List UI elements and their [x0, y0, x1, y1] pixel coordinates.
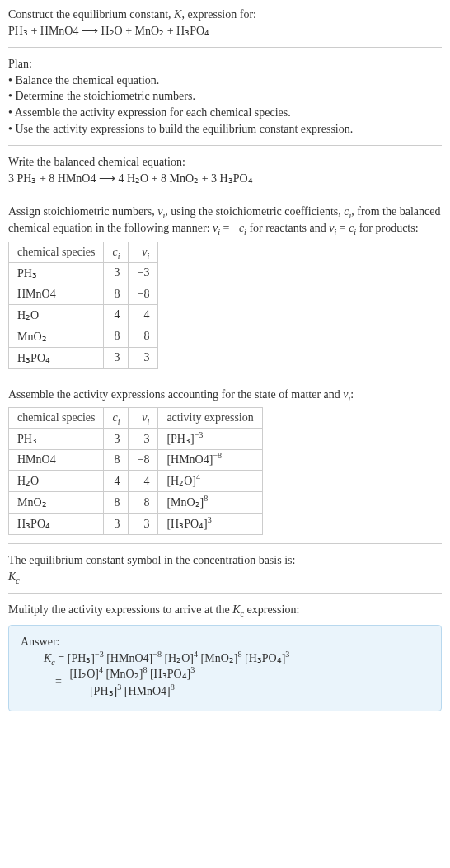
species-cell: H₂O: [9, 304, 104, 326]
table-row: HMnO4 8 −8: [9, 284, 158, 304]
activity-cell: [H₂O]4: [158, 471, 262, 492]
v-cell: 8: [129, 326, 158, 347]
c-cell: 8: [104, 326, 129, 347]
answer-box: Answer: Kc = [PH₃]−3 [HMnO4]−8 [H₂O]4 [M…: [8, 625, 442, 711]
activity-text: Assemble the activity expressions accoun…: [8, 387, 442, 403]
balanced-equation: 3 PH₃ + 8 HMnO4 ⟶ 4 H₂O + 8 MnO₂ + 3 H₃P…: [8, 171, 442, 187]
divider: [8, 145, 442, 146]
c-cell: 8: [104, 492, 129, 514]
v-cell: −8: [129, 284, 158, 304]
v-cell: −8: [129, 450, 158, 471]
table-row: HMnO4 8 −8 [HMnO4]−8: [9, 450, 263, 471]
stoich-text-block: Assign stoichiometric numbers, νi, using…: [8, 204, 442, 368]
table-header: chemical species: [9, 408, 104, 429]
answer-label: Answer:: [21, 634, 429, 650]
fraction-numerator: [H₂O]4 [MnO₂]8 [H₃PO₄]3: [66, 666, 198, 683]
fraction: [H₂O]4 [MnO₂]8 [H₃PO₄]3 [PH₃]3 [HMnO4]8: [66, 666, 198, 699]
v-cell: −3: [129, 429, 158, 450]
v-cell: 3: [129, 514, 158, 535]
fraction-denominator: [PH₃]3 [HMnO4]8: [66, 683, 198, 700]
table-row: PH₃ 3 −3: [9, 262, 158, 284]
kc-symbol: Kc: [8, 569, 442, 585]
table-row: H₂O 4 4: [9, 304, 158, 326]
balanced-block: Write the balanced chemical equation: 3 …: [8, 154, 442, 186]
activity-cell: [H₃PO₄]3: [158, 514, 262, 535]
species-cell: H₃PO₄: [9, 514, 104, 535]
plan-block: Plan: • Balance the chemical equation. •…: [8, 56, 442, 137]
table-row: H₂O 4 4 [H₂O]4: [9, 471, 263, 492]
table-header: ci: [104, 242, 129, 262]
document-page: Construct the equilibrium constant, K, e…: [0, 0, 450, 736]
multiply-block: Mulitply the activity expressions to arr…: [8, 602, 442, 711]
species-cell: H₃PO₄: [9, 347, 104, 368]
divider: [8, 47, 442, 48]
table-header: νi: [129, 408, 158, 429]
divider: [8, 593, 442, 594]
activity-cell: [MnO₂]8: [158, 492, 262, 514]
table-row: H₃PO₄ 3 3: [9, 347, 158, 368]
c-cell: 3: [104, 347, 129, 368]
table-row: PH₃ 3 −3 [PH₃]−3: [9, 429, 263, 450]
stoich-table: chemical species ci νi PH₃ 3 −3 HMnO4 8 …: [8, 242, 158, 369]
table-row: MnO₂ 8 8: [9, 326, 158, 347]
v-cell: 8: [129, 492, 158, 514]
answer-content: Kc = [PH₃]−3 [HMnO4]−8 [H₂O]4 [MnO₂]8 [H…: [44, 650, 429, 700]
table-header-row: chemical species ci νi activity expressi…: [9, 408, 263, 429]
species-cell: MnO₂: [9, 492, 104, 514]
divider: [8, 195, 442, 195]
activity-table: chemical species ci νi activity expressi…: [8, 407, 263, 535]
v-cell: −3: [129, 262, 158, 284]
table-row: H₃PO₄ 3 3 [H₃PO₄]3: [9, 514, 263, 535]
c-cell: 3: [104, 429, 129, 450]
table-row: MnO₂ 8 8 [MnO₂]8: [9, 492, 263, 514]
v-cell: 3: [129, 347, 158, 368]
activity-cell: [HMnO4]−8: [158, 450, 262, 471]
intro-block: Construct the equilibrium constant, K, e…: [8, 7, 442, 39]
c-cell: 4: [104, 304, 129, 326]
balanced-heading: Write the balanced chemical equation:: [8, 154, 442, 171]
c-cell: 8: [104, 450, 129, 471]
c-cell: 3: [104, 514, 129, 535]
kc-expression-line1: Kc = [PH₃]−3 [HMnO4]−8 [H₂O]4 [MnO₂]8 [H…: [44, 650, 429, 667]
v-cell: 4: [129, 471, 158, 492]
species-cell: HMnO4: [9, 284, 104, 304]
kc-expression-line2: = [H₂O]4 [MnO₂]8 [H₃PO₄]3 [PH₃]3 [HMnO4]…: [55, 666, 429, 699]
species-cell: HMnO4: [9, 450, 104, 471]
intro-line-1: Construct the equilibrium constant, K, e…: [8, 7, 442, 23]
divider: [8, 543, 442, 544]
c-cell: 4: [104, 471, 129, 492]
plan-item: • Use the activity expressions to build …: [8, 121, 442, 138]
v-cell: 4: [129, 304, 158, 326]
species-cell: PH₃: [9, 262, 104, 284]
kc-symbol-text: The equilibrium constant symbol in the c…: [8, 552, 442, 569]
c-cell: 3: [104, 262, 129, 284]
activity-block: Assemble the activity expressions accoun…: [8, 387, 442, 536]
species-cell: H₂O: [9, 471, 104, 492]
kc-symbol-block: The equilibrium constant symbol in the c…: [8, 552, 442, 584]
plan-item: • Assemble the activity expression for e…: [8, 105, 442, 121]
table-header: chemical species: [9, 242, 104, 262]
species-cell: PH₃: [9, 429, 104, 450]
table-header: νi: [129, 242, 158, 262]
c-cell: 8: [104, 284, 129, 304]
stoich-text: Assign stoichiometric numbers, νi, using…: [8, 204, 442, 236]
divider: [8, 378, 442, 378]
plan-heading: Plan:: [8, 56, 442, 73]
plan-item: • Balance the chemical equation.: [8, 73, 442, 89]
table-header: activity expression: [158, 408, 262, 429]
multiply-text: Mulitply the activity expressions to arr…: [8, 602, 442, 618]
plan-item: • Determine the stoichiometric numbers.: [8, 88, 442, 105]
table-header-row: chemical species ci νi: [9, 242, 158, 262]
activity-cell: [PH₃]−3: [158, 429, 262, 450]
species-cell: MnO₂: [9, 326, 104, 347]
table-header: ci: [104, 408, 129, 429]
intro-equation: PH₃ + HMnO4 ⟶ H₂O + MnO₂ + H₃PO₄: [8, 23, 442, 40]
